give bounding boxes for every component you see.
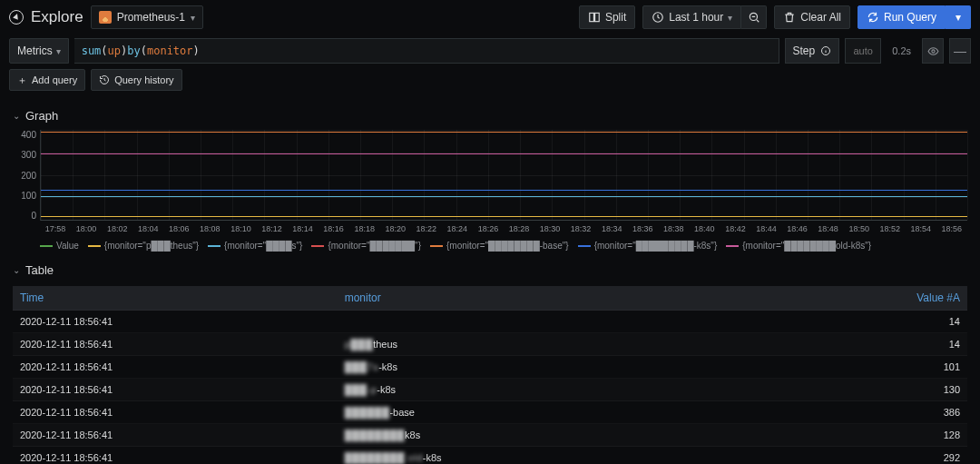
cell-value: 130 [652, 379, 967, 401]
x-tick: 18:56 [936, 224, 967, 233]
cell-monitor [338, 311, 652, 333]
graph-x-axis: 17:5818:0018:0218:0418:0618:0818:1018:12… [40, 221, 967, 233]
graph-canvas[interactable]: 4003002001000 [13, 126, 967, 221]
cell-value: 101 [652, 356, 967, 379]
eye-icon [927, 45, 939, 57]
plus-icon: ＋ [17, 74, 27, 87]
table-row[interactable]: 2020-12-11 18:56:4114 [13, 311, 967, 333]
legend-item[interactable]: {monitor="█████████-k8s"} [578, 241, 718, 251]
split-label: Split [605, 11, 626, 24]
query-tools-row: ＋ Add query Query history [0, 64, 980, 96]
datasource-label: Prometheus-1 [117, 11, 185, 24]
table-row[interactable]: 2020-12-11 18:56:41████████ old-k8s292 [13, 447, 967, 465]
table-row[interactable]: 2020-12-11 18:56:41███7s-k8s101 [13, 356, 967, 379]
clock-icon [652, 11, 664, 24]
x-tick: 18:22 [411, 224, 442, 233]
compass-icon [9, 10, 24, 25]
legend-item[interactable]: {monitor="████s"} [208, 241, 302, 251]
remove-query-button[interactable]: — [949, 38, 971, 64]
legend-item[interactable]: Value [40, 241, 79, 251]
column-header-time[interactable]: Time [13, 286, 338, 311]
legend-swatch [430, 245, 443, 247]
x-tick: 18:28 [504, 224, 534, 233]
zoom-out-button[interactable] [741, 5, 767, 29]
x-tick: 18:14 [288, 224, 318, 233]
clear-all-label: Clear All [800, 11, 841, 24]
chevron-down-icon: ⌄ [13, 111, 20, 121]
x-tick: 18:26 [473, 224, 504, 233]
cell-monitor: ████████ old-k8s [338, 447, 652, 465]
cell-time: 2020-12-11 18:56:41 [13, 333, 338, 356]
table-row[interactable]: 2020-12-11 18:56:41███-p-k8s130 [13, 379, 967, 401]
cell-value: 14 [652, 311, 967, 333]
graph-plot-area[interactable] [40, 130, 967, 221]
column-header-monitor[interactable]: monitor [338, 286, 652, 311]
step-input[interactable] [845, 38, 881, 64]
x-tick: 18:06 [163, 224, 194, 233]
series-line [41, 132, 967, 133]
toggle-visibility-button[interactable] [922, 38, 944, 64]
x-tick: 18:52 [875, 224, 906, 233]
legend-item[interactable]: {monitor="████████old-k8s"} [726, 241, 871, 251]
table-header-row: Time monitor Value #A [13, 286, 967, 311]
run-query-button[interactable]: Run Query [858, 5, 946, 29]
table-row[interactable]: 2020-12-11 18:56:41p███theus14 [13, 333, 967, 356]
table-section-toggle[interactable]: ⌄ Table [13, 260, 967, 281]
run-query-options-button[interactable]: ▾ [946, 5, 971, 29]
table-row[interactable]: 2020-12-11 18:56:41████████k8s128 [13, 424, 967, 447]
info-icon[interactable] [820, 45, 831, 56]
legend-swatch [578, 245, 591, 247]
cell-time: 2020-12-11 18:56:41 [13, 356, 338, 379]
legend-item[interactable]: {monitor="p███theus"} [88, 241, 199, 251]
x-tick: 18:32 [565, 224, 596, 233]
time-range-button[interactable]: Last 1 hour ▾ [642, 5, 741, 29]
cell-value: 292 [652, 447, 967, 465]
x-tick: 18:12 [256, 224, 287, 233]
chevron-down-icon: ▾ [728, 13, 732, 23]
cell-value: 128 [652, 424, 967, 447]
legend-swatch [40, 245, 53, 247]
metrics-label: Metrics [17, 44, 53, 57]
clear-all-button[interactable]: Clear All [774, 5, 850, 29]
legend-swatch [726, 245, 739, 247]
cell-time: 2020-12-11 18:56:41 [13, 401, 338, 424]
datasource-picker[interactable]: Prometheus-1 ▾ [91, 5, 203, 29]
query-history-button[interactable]: Query history [91, 69, 181, 91]
cell-time: 2020-12-11 18:56:41 [13, 424, 338, 447]
query-timing: 0.2s [887, 45, 916, 56]
cell-monitor: p███theus [338, 333, 652, 356]
x-tick: 18:40 [689, 224, 720, 233]
token-identifier: monitor [147, 44, 193, 57]
time-range-group: Last 1 hour ▾ [642, 5, 767, 29]
x-tick: 18:08 [194, 224, 225, 233]
topbar: Explore Prometheus-1 ▾ Split Last 1 hour… [0, 0, 980, 35]
results-table: Time monitor Value #A 2020-12-11 18:56:4… [13, 286, 967, 464]
query-history-label: Query history [114, 74, 173, 85]
legend-label: {monitor="████s"} [224, 241, 302, 251]
step-label: Step [785, 38, 840, 64]
graph-legend: Value{monitor="p███theus"}{monitor="████… [40, 241, 967, 251]
legend-item[interactable]: {monitor="███████"} [311, 241, 421, 251]
legend-label: {monitor="p███theus"} [104, 241, 199, 251]
legend-item[interactable]: {monitor="████████-base"} [430, 241, 569, 251]
cell-monitor: ██████-base [338, 401, 652, 424]
add-query-button[interactable]: ＋ Add query [9, 69, 85, 91]
column-header-value[interactable]: Value #A [652, 286, 967, 311]
metrics-browser-button[interactable]: Metrics ▾ [9, 38, 69, 64]
y-tick: 400 [13, 130, 36, 140]
run-query-label: Run Query [884, 11, 936, 24]
table-section-title: Table [25, 263, 54, 277]
time-range-label: Last 1 hour [669, 11, 723, 24]
trash-icon [783, 11, 796, 24]
prometheus-icon [99, 11, 112, 24]
table-row[interactable]: 2020-12-11 18:56:41██████-base386 [13, 401, 967, 424]
cell-time: 2020-12-11 18:56:41 [13, 311, 338, 333]
query-input[interactable]: sum(up)by(monitor) [74, 38, 779, 64]
split-button[interactable]: Split [579, 5, 635, 29]
cell-time: 2020-12-11 18:56:41 [13, 447, 338, 465]
x-tick: 18:10 [225, 224, 256, 233]
legend-swatch [208, 245, 220, 247]
y-tick: 100 [13, 191, 36, 201]
graph-section-toggle[interactable]: ⌄ Graph [13, 105, 967, 126]
graph-section: ⌄ Graph 4003002001000 17:5818:0018:0218:… [0, 96, 980, 251]
